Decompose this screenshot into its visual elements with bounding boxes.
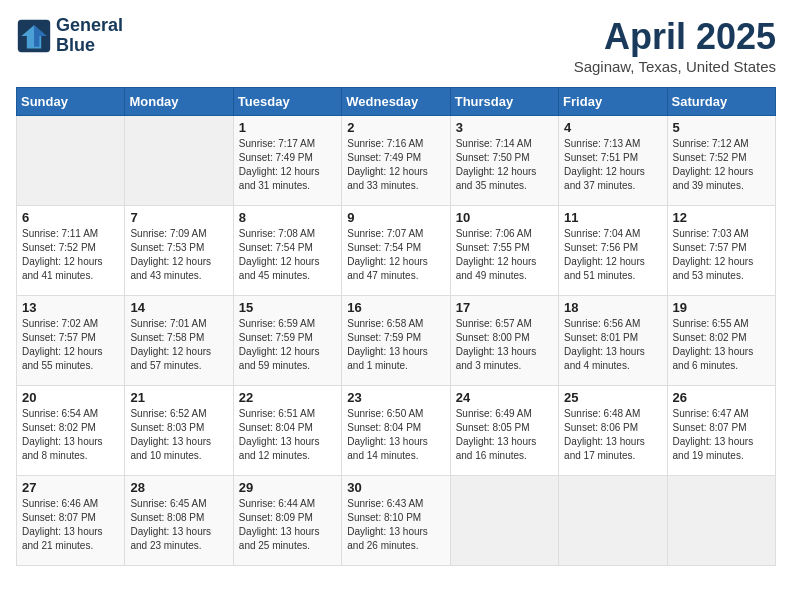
day-info: Sunrise: 7:17 AM Sunset: 7:49 PM Dayligh… — [239, 137, 336, 193]
weekday-header-saturday: Saturday — [667, 88, 775, 116]
weekday-header-tuesday: Tuesday — [233, 88, 341, 116]
day-number: 18 — [564, 300, 661, 315]
day-info: Sunrise: 6:58 AM Sunset: 7:59 PM Dayligh… — [347, 317, 444, 373]
weekday-header-wednesday: Wednesday — [342, 88, 450, 116]
day-info: Sunrise: 7:06 AM Sunset: 7:55 PM Dayligh… — [456, 227, 553, 283]
day-number: 8 — [239, 210, 336, 225]
calendar-cell: 1Sunrise: 7:17 AM Sunset: 7:49 PM Daylig… — [233, 116, 341, 206]
day-info: Sunrise: 6:49 AM Sunset: 8:05 PM Dayligh… — [456, 407, 553, 463]
calendar-cell: 16Sunrise: 6:58 AM Sunset: 7:59 PM Dayli… — [342, 296, 450, 386]
day-number: 29 — [239, 480, 336, 495]
weekday-header-monday: Monday — [125, 88, 233, 116]
day-number: 16 — [347, 300, 444, 315]
day-number: 26 — [673, 390, 770, 405]
day-number: 28 — [130, 480, 227, 495]
calendar-cell: 26Sunrise: 6:47 AM Sunset: 8:07 PM Dayli… — [667, 386, 775, 476]
calendar-cell: 28Sunrise: 6:45 AM Sunset: 8:08 PM Dayli… — [125, 476, 233, 566]
day-number: 15 — [239, 300, 336, 315]
logo: General Blue — [16, 16, 123, 56]
calendar-cell: 24Sunrise: 6:49 AM Sunset: 8:05 PM Dayli… — [450, 386, 558, 476]
day-number: 1 — [239, 120, 336, 135]
day-info: Sunrise: 6:43 AM Sunset: 8:10 PM Dayligh… — [347, 497, 444, 553]
day-number: 19 — [673, 300, 770, 315]
day-info: Sunrise: 6:56 AM Sunset: 8:01 PM Dayligh… — [564, 317, 661, 373]
day-number: 10 — [456, 210, 553, 225]
day-number: 23 — [347, 390, 444, 405]
calendar-cell: 12Sunrise: 7:03 AM Sunset: 7:57 PM Dayli… — [667, 206, 775, 296]
location: Saginaw, Texas, United States — [574, 58, 776, 75]
calendar-cell: 29Sunrise: 6:44 AM Sunset: 8:09 PM Dayli… — [233, 476, 341, 566]
day-number: 11 — [564, 210, 661, 225]
calendar: SundayMondayTuesdayWednesdayThursdayFrid… — [16, 87, 776, 566]
day-number: 5 — [673, 120, 770, 135]
calendar-cell: 11Sunrise: 7:04 AM Sunset: 7:56 PM Dayli… — [559, 206, 667, 296]
week-row-2: 13Sunrise: 7:02 AM Sunset: 7:57 PM Dayli… — [17, 296, 776, 386]
calendar-cell: 21Sunrise: 6:52 AM Sunset: 8:03 PM Dayli… — [125, 386, 233, 476]
calendar-cell: 5Sunrise: 7:12 AM Sunset: 7:52 PM Daylig… — [667, 116, 775, 206]
calendar-cell — [667, 476, 775, 566]
calendar-cell: 15Sunrise: 6:59 AM Sunset: 7:59 PM Dayli… — [233, 296, 341, 386]
day-number: 7 — [130, 210, 227, 225]
day-info: Sunrise: 6:55 AM Sunset: 8:02 PM Dayligh… — [673, 317, 770, 373]
day-info: Sunrise: 7:16 AM Sunset: 7:49 PM Dayligh… — [347, 137, 444, 193]
calendar-cell: 14Sunrise: 7:01 AM Sunset: 7:58 PM Dayli… — [125, 296, 233, 386]
day-info: Sunrise: 6:57 AM Sunset: 8:00 PM Dayligh… — [456, 317, 553, 373]
calendar-cell: 20Sunrise: 6:54 AM Sunset: 8:02 PM Dayli… — [17, 386, 125, 476]
calendar-cell: 22Sunrise: 6:51 AM Sunset: 8:04 PM Dayli… — [233, 386, 341, 476]
calendar-cell: 7Sunrise: 7:09 AM Sunset: 7:53 PM Daylig… — [125, 206, 233, 296]
day-info: Sunrise: 7:13 AM Sunset: 7:51 PM Dayligh… — [564, 137, 661, 193]
day-number: 3 — [456, 120, 553, 135]
day-info: Sunrise: 7:09 AM Sunset: 7:53 PM Dayligh… — [130, 227, 227, 283]
day-info: Sunrise: 7:14 AM Sunset: 7:50 PM Dayligh… — [456, 137, 553, 193]
day-info: Sunrise: 7:07 AM Sunset: 7:54 PM Dayligh… — [347, 227, 444, 283]
day-number: 9 — [347, 210, 444, 225]
calendar-cell: 17Sunrise: 6:57 AM Sunset: 8:00 PM Dayli… — [450, 296, 558, 386]
day-number: 22 — [239, 390, 336, 405]
weekday-header-friday: Friday — [559, 88, 667, 116]
weekday-header-sunday: Sunday — [17, 88, 125, 116]
day-number: 20 — [22, 390, 119, 405]
calendar-cell: 13Sunrise: 7:02 AM Sunset: 7:57 PM Dayli… — [17, 296, 125, 386]
calendar-cell: 23Sunrise: 6:50 AM Sunset: 8:04 PM Dayli… — [342, 386, 450, 476]
day-info: Sunrise: 6:52 AM Sunset: 8:03 PM Dayligh… — [130, 407, 227, 463]
calendar-cell: 27Sunrise: 6:46 AM Sunset: 8:07 PM Dayli… — [17, 476, 125, 566]
calendar-cell: 9Sunrise: 7:07 AM Sunset: 7:54 PM Daylig… — [342, 206, 450, 296]
page-header: General Blue April 2025 Saginaw, Texas, … — [16, 16, 776, 75]
week-row-1: 6Sunrise: 7:11 AM Sunset: 7:52 PM Daylig… — [17, 206, 776, 296]
day-info: Sunrise: 7:02 AM Sunset: 7:57 PM Dayligh… — [22, 317, 119, 373]
day-info: Sunrise: 7:04 AM Sunset: 7:56 PM Dayligh… — [564, 227, 661, 283]
day-info: Sunrise: 6:44 AM Sunset: 8:09 PM Dayligh… — [239, 497, 336, 553]
calendar-cell — [125, 116, 233, 206]
day-number: 25 — [564, 390, 661, 405]
calendar-cell: 30Sunrise: 6:43 AM Sunset: 8:10 PM Dayli… — [342, 476, 450, 566]
day-number: 14 — [130, 300, 227, 315]
day-info: Sunrise: 7:11 AM Sunset: 7:52 PM Dayligh… — [22, 227, 119, 283]
day-number: 13 — [22, 300, 119, 315]
day-number: 30 — [347, 480, 444, 495]
logo-icon — [16, 18, 52, 54]
calendar-cell: 4Sunrise: 7:13 AM Sunset: 7:51 PM Daylig… — [559, 116, 667, 206]
title-area: April 2025 Saginaw, Texas, United States — [574, 16, 776, 75]
day-info: Sunrise: 6:51 AM Sunset: 8:04 PM Dayligh… — [239, 407, 336, 463]
calendar-cell: 6Sunrise: 7:11 AM Sunset: 7:52 PM Daylig… — [17, 206, 125, 296]
day-info: Sunrise: 6:50 AM Sunset: 8:04 PM Dayligh… — [347, 407, 444, 463]
calendar-cell: 3Sunrise: 7:14 AM Sunset: 7:50 PM Daylig… — [450, 116, 558, 206]
calendar-cell: 25Sunrise: 6:48 AM Sunset: 8:06 PM Dayli… — [559, 386, 667, 476]
day-number: 2 — [347, 120, 444, 135]
day-number: 24 — [456, 390, 553, 405]
day-info: Sunrise: 6:46 AM Sunset: 8:07 PM Dayligh… — [22, 497, 119, 553]
calendar-cell — [559, 476, 667, 566]
week-row-3: 20Sunrise: 6:54 AM Sunset: 8:02 PM Dayli… — [17, 386, 776, 476]
day-info: Sunrise: 7:08 AM Sunset: 7:54 PM Dayligh… — [239, 227, 336, 283]
day-info: Sunrise: 6:48 AM Sunset: 8:06 PM Dayligh… — [564, 407, 661, 463]
calendar-cell: 8Sunrise: 7:08 AM Sunset: 7:54 PM Daylig… — [233, 206, 341, 296]
day-info: Sunrise: 7:01 AM Sunset: 7:58 PM Dayligh… — [130, 317, 227, 373]
calendar-cell: 10Sunrise: 7:06 AM Sunset: 7:55 PM Dayli… — [450, 206, 558, 296]
month-title: April 2025 — [574, 16, 776, 58]
day-info: Sunrise: 6:59 AM Sunset: 7:59 PM Dayligh… — [239, 317, 336, 373]
week-row-4: 27Sunrise: 6:46 AM Sunset: 8:07 PM Dayli… — [17, 476, 776, 566]
day-info: Sunrise: 7:03 AM Sunset: 7:57 PM Dayligh… — [673, 227, 770, 283]
day-info: Sunrise: 6:54 AM Sunset: 8:02 PM Dayligh… — [22, 407, 119, 463]
day-info: Sunrise: 6:45 AM Sunset: 8:08 PM Dayligh… — [130, 497, 227, 553]
calendar-cell — [450, 476, 558, 566]
